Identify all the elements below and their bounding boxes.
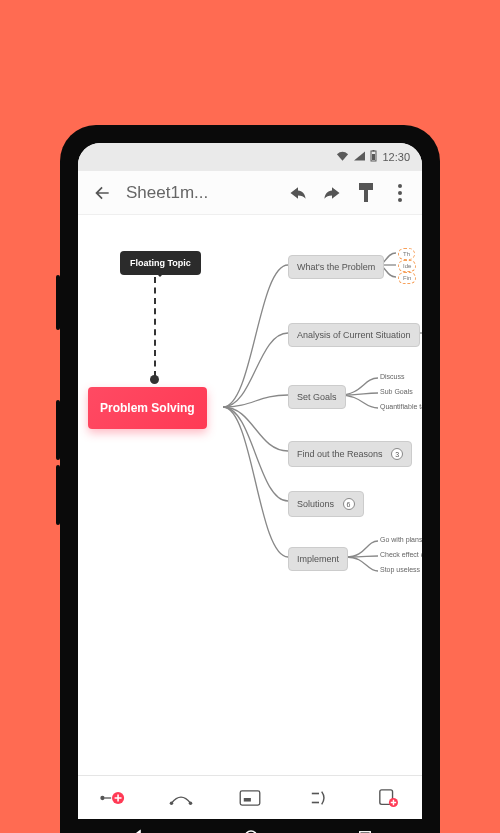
- svg-rect-3: [359, 183, 373, 190]
- add-sub-topic-button[interactable]: [78, 776, 147, 819]
- add-summary-button[interactable]: [284, 776, 353, 819]
- add-boundary-button[interactable]: [216, 776, 285, 819]
- root-topic-node[interactable]: Problem Solving: [88, 387, 207, 429]
- cellular-icon: [354, 151, 365, 163]
- sub-topic[interactable]: Quantifiable targe: [380, 403, 422, 410]
- sheet-title: Sheet1m...: [118, 183, 286, 203]
- topic-node[interactable]: Implement: [288, 547, 348, 571]
- add-marker-button[interactable]: [353, 776, 422, 819]
- topic-node[interactable]: Find out the Reasons 3: [288, 441, 412, 467]
- svg-point-12: [170, 801, 173, 804]
- top-app-bar: Sheet1m...: [78, 171, 422, 215]
- svg-point-5: [398, 184, 402, 188]
- add-relationship-button[interactable]: [147, 776, 216, 819]
- child-count-badge: 3: [391, 448, 403, 460]
- floating-topic-connector: [154, 277, 156, 377]
- status-time: 12:30: [382, 151, 410, 163]
- svg-rect-1: [373, 150, 375, 152]
- sub-topic[interactable]: Discuss: [380, 373, 405, 380]
- svg-rect-15: [244, 798, 251, 802]
- back-button[interactable]: [86, 183, 118, 203]
- svg-point-13: [189, 801, 192, 804]
- floating-topic-anchor: [150, 375, 159, 384]
- sub-topic[interactable]: Stop useless so: [380, 566, 422, 573]
- topic-node[interactable]: Set Goals: [288, 385, 346, 409]
- phone-frame: 12:30 Sheet1m...: [60, 125, 440, 833]
- format-button[interactable]: [354, 181, 378, 205]
- sub-topic[interactable]: Ide: [398, 260, 416, 272]
- battery-icon: [370, 150, 377, 164]
- undo-button[interactable]: [286, 181, 310, 205]
- svg-point-9: [101, 795, 105, 799]
- topic-node[interactable]: Solutions 6: [288, 491, 364, 517]
- sub-topic[interactable]: Check effect of: [380, 551, 422, 558]
- sub-topic[interactable]: Th: [398, 248, 415, 260]
- wifi-icon: [336, 151, 349, 163]
- svg-point-7: [398, 198, 402, 202]
- mindmap-canvas[interactable]: Floating Topic Problem Solving What's th…: [78, 215, 422, 775]
- nav-home-button[interactable]: [243, 829, 259, 833]
- svg-rect-2: [372, 154, 375, 160]
- more-button[interactable]: [388, 181, 412, 205]
- floating-topic-node[interactable]: Floating Topic: [120, 251, 201, 275]
- redo-button[interactable]: [320, 181, 344, 205]
- sub-topic[interactable]: Fin: [398, 272, 416, 284]
- topic-node[interactable]: Analysis of Current Situation: [288, 323, 420, 347]
- topic-label: Find out the Reasons: [297, 449, 383, 459]
- sub-topic[interactable]: Sub Goals: [380, 388, 413, 395]
- topic-node[interactable]: What's the Problem: [288, 255, 384, 279]
- svg-point-6: [398, 191, 402, 195]
- bottom-toolbar: [78, 775, 422, 819]
- topic-label: Solutions: [297, 499, 334, 509]
- sub-topic[interactable]: Go with plans: [380, 536, 422, 543]
- android-nav-bar: [78, 819, 422, 833]
- status-bar: 12:30: [78, 143, 422, 171]
- nav-back-button[interactable]: [128, 829, 144, 833]
- child-count-badge: 6: [343, 498, 355, 510]
- svg-rect-4: [364, 190, 368, 202]
